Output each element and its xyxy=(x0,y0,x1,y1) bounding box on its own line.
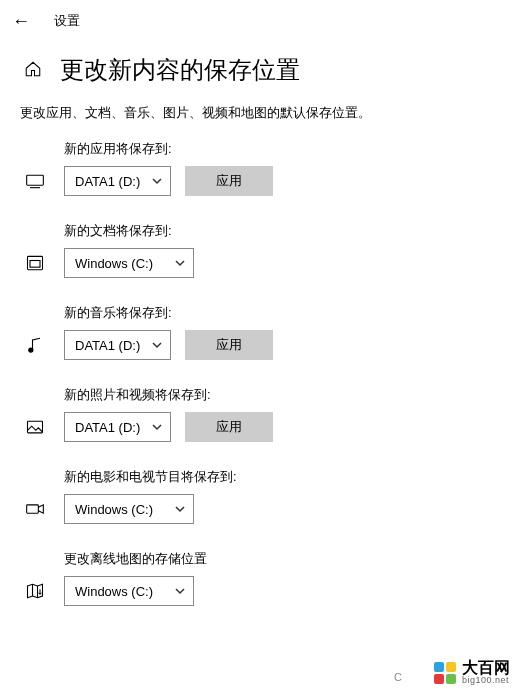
music-dropdown-value: DATA1 (D:) xyxy=(75,338,140,353)
movies-icon xyxy=(20,499,50,519)
maps-dropdown-value: Windows (C:) xyxy=(75,584,153,599)
photos-label: 新的照片和视频将保存到: xyxy=(64,386,498,404)
maps-icon xyxy=(20,581,50,601)
documents-dropdown-value: Windows (C:) xyxy=(75,256,153,271)
chevron-down-icon xyxy=(152,422,162,432)
chevron-down-icon xyxy=(152,340,162,350)
watermark-cn: 大百网 xyxy=(462,660,510,676)
chevron-down-icon xyxy=(152,176,162,186)
photos-dropdown-value: DATA1 (D:) xyxy=(75,420,140,435)
svg-rect-3 xyxy=(30,261,40,268)
home-icon[interactable] xyxy=(24,60,42,81)
photos-icon xyxy=(20,417,50,437)
apps-label: 新的应用将保存到: xyxy=(64,140,498,158)
photos-dropdown[interactable]: DATA1 (D:) xyxy=(64,412,171,442)
movies-label: 新的电影和电视节目将保存到: xyxy=(64,468,498,486)
apps-apply-button[interactable]: 应用 xyxy=(185,166,273,196)
watermark-en: big100.net xyxy=(462,676,510,685)
photos-apply-button[interactable]: 应用 xyxy=(185,412,273,442)
apps-dropdown[interactable]: DATA1 (D:) xyxy=(64,166,171,196)
chevron-down-icon xyxy=(175,504,185,514)
apps-dropdown-value: DATA1 (D:) xyxy=(75,174,140,189)
music-icon xyxy=(20,335,50,355)
svg-rect-6 xyxy=(27,505,39,513)
movies-dropdown[interactable]: Windows (C:) xyxy=(64,494,194,524)
documents-dropdown[interactable]: Windows (C:) xyxy=(64,248,194,278)
music-label: 新的音乐将保存到: xyxy=(64,304,498,322)
movies-dropdown-value: Windows (C:) xyxy=(75,502,153,517)
maps-label: 更改离线地图的存储位置 xyxy=(64,550,498,568)
watermark: 大百网 big100.net xyxy=(434,660,510,685)
svg-point-4 xyxy=(29,348,33,352)
page-title: 更改新内容的保存位置 xyxy=(60,54,300,86)
back-button[interactable]: ← xyxy=(12,12,30,30)
music-dropdown[interactable]: DATA1 (D:) xyxy=(64,330,171,360)
copyright-mark: C xyxy=(394,671,402,683)
chevron-down-icon xyxy=(175,258,185,268)
page-subtitle: 更改应用、文档、音乐、图片、视频和地图的默认保存位置。 xyxy=(0,104,518,140)
svg-rect-0 xyxy=(27,175,44,185)
documents-label: 新的文档将保存到: xyxy=(64,222,498,240)
watermark-logo-icon xyxy=(434,662,456,684)
apps-icon xyxy=(20,171,50,191)
chevron-down-icon xyxy=(175,586,185,596)
settings-label: 设置 xyxy=(54,12,80,30)
maps-dropdown[interactable]: Windows (C:) xyxy=(64,576,194,606)
music-apply-button[interactable]: 应用 xyxy=(185,330,273,360)
svg-rect-5 xyxy=(28,421,43,433)
documents-icon xyxy=(20,253,50,273)
